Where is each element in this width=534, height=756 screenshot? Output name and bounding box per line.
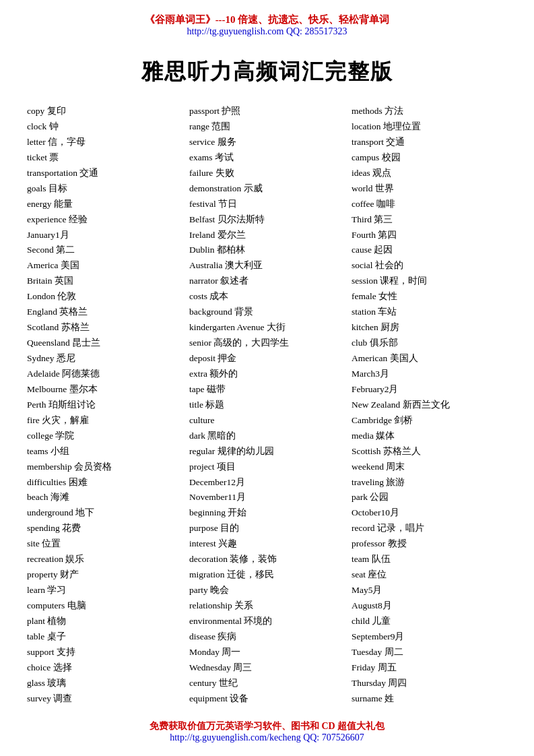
vocab-item: Adelaide 阿德莱德 <box>27 367 182 382</box>
vocab-item: tape 磁带 <box>189 382 345 398</box>
header-title: 《谷雨单词王》---10 倍速、抗遗忘、快乐、轻松背单词 <box>27 13 507 26</box>
vocab-item: energy 能量 <box>27 197 182 212</box>
vocab-item: fire 火灾，解雇 <box>27 413 182 429</box>
vocab-item: costs 成本 <box>189 289 345 305</box>
vocab-item: Third 第三 <box>352 212 507 228</box>
vocab-item: deposit 押金 <box>189 351 345 367</box>
vocab-item: August8月 <box>352 598 507 614</box>
vocab-item: England 英格兰 <box>27 305 182 320</box>
vocab-item: purpose 目的 <box>189 521 345 536</box>
vocab-item: February2月 <box>352 382 507 398</box>
vocab-item: America 美国 <box>27 258 182 274</box>
vocab-item: transport 交通 <box>352 135 507 150</box>
vocab-item: location 地理位置 <box>352 119 507 135</box>
vocab-grid: copy 复印clock 钟letter 信，字母ticket 票transpo… <box>27 104 507 707</box>
vocab-item: New Zealand 新西兰文化 <box>352 398 507 413</box>
vocab-item: Cambridge 剑桥 <box>352 413 507 429</box>
vocab-item: Britain 英国 <box>27 274 182 289</box>
vocab-item: Tuesday 周二 <box>352 645 507 660</box>
vocab-item: goals 目标 <box>27 181 182 197</box>
vocab-item: ideas 观点 <box>352 166 507 181</box>
vocab-item: service 服务 <box>189 135 345 150</box>
vocab-item: January1月 <box>27 228 182 243</box>
vocab-item: November11月 <box>189 490 345 505</box>
vocab-item: teams 小组 <box>27 444 182 460</box>
vocab-item: experience 经验 <box>27 212 182 228</box>
vocab-item: Melbourne 墨尔本 <box>27 382 182 398</box>
vocab-item: American 美国人 <box>352 351 507 367</box>
vocab-item: session 课程，时间 <box>352 274 507 289</box>
vocab-item: table 桌子 <box>27 629 182 645</box>
vocab-item: festival 节日 <box>189 197 345 212</box>
vocab-item: ticket 票 <box>27 150 182 166</box>
vocab-item: equipment 设备 <box>189 691 345 707</box>
vocab-item: computers 电脑 <box>27 598 182 614</box>
vocab-item: letter 信，字母 <box>27 135 182 150</box>
vocab-item: London 伦敦 <box>27 289 182 305</box>
vocab-item: survey 调查 <box>27 691 182 707</box>
vocab-item: demonstration 示威 <box>189 181 345 197</box>
vocab-item: Australia 澳大利亚 <box>189 258 345 274</box>
vocab-item: kindergarten Avenue 大街 <box>189 320 345 336</box>
vocab-item: relationship 关系 <box>189 598 345 614</box>
vocab-item: seat 座位 <box>352 567 507 583</box>
vocab-item: cause 起因 <box>352 243 507 258</box>
vocab-item: Thursday 周四 <box>352 676 507 691</box>
vocab-item: transportation 交通 <box>27 166 182 181</box>
vocab-item: migration 迁徙，移民 <box>189 567 345 583</box>
vocab-item: Belfast 贝尔法斯特 <box>189 212 345 228</box>
vocab-item: interest 兴趣 <box>189 536 345 552</box>
vocab-item: child 儿童 <box>352 614 507 629</box>
vocab-item: property 财产 <box>27 567 182 583</box>
vocab-item: decoration 装修，装饰 <box>189 552 345 567</box>
vocab-item: kitchen 厨房 <box>352 320 507 336</box>
vocab-item: October10月 <box>352 505 507 521</box>
vocab-item: background 背景 <box>189 305 345 320</box>
header-link: http://tg.guyuenglish.com QQ: 285517323 <box>27 26 507 37</box>
vocab-item: title 标题 <box>189 398 345 413</box>
vocab-item: choice 选择 <box>27 660 182 676</box>
footer-text: 免费获取价值万元英语学习软件、图书和 CD 超值大礼包 <box>27 720 507 732</box>
vocab-item: Scottish 苏格兰人 <box>352 444 507 460</box>
vocab-item: site 位置 <box>27 536 182 552</box>
vocab-item: support 支持 <box>27 645 182 660</box>
vocab-item: station 车站 <box>352 305 507 320</box>
vocab-item: world 世界 <box>352 181 507 197</box>
vocab-item: beginning 开始 <box>189 505 345 521</box>
vocab-item: recreation 娱乐 <box>27 552 182 567</box>
vocab-col-1: copy 复印clock 钟letter 信，字母ticket 票transpo… <box>27 104 182 707</box>
vocab-item: dark 黑暗的 <box>189 429 345 444</box>
vocab-item: failure 失败 <box>189 166 345 181</box>
vocab-item: female 女性 <box>352 289 507 305</box>
vocab-item: clock 钟 <box>27 119 182 135</box>
vocab-item: May5月 <box>352 583 507 598</box>
vocab-item: campus 校园 <box>352 150 507 166</box>
vocab-item: narrator 叙述者 <box>189 274 345 289</box>
vocab-item: September9月 <box>352 629 507 645</box>
vocab-item: media 媒体 <box>352 429 507 444</box>
vocab-item: membership 会员资格 <box>27 460 182 475</box>
vocab-item: exams 考试 <box>189 150 345 166</box>
vocab-item: plant 植物 <box>27 614 182 629</box>
vocab-item: club 俱乐部 <box>352 336 507 351</box>
footer: 免费获取价值万元英语学习软件、图书和 CD 超值大礼包 http://tg.gu… <box>27 720 507 743</box>
vocab-item: century 世纪 <box>189 676 345 691</box>
vocab-item: Sydney 悉尼 <box>27 351 182 367</box>
vocab-item: Second 第二 <box>27 243 182 258</box>
vocab-item: party 晚会 <box>189 583 345 598</box>
vocab-item: underground 地下 <box>27 505 182 521</box>
vocab-item: learn 学习 <box>27 583 182 598</box>
vocab-item: environmental 环境的 <box>189 614 345 629</box>
vocab-col-3: methods 方法location 地理位置transport 交通campu… <box>352 104 507 707</box>
vocab-item: Queensland 昆士兰 <box>27 336 182 351</box>
vocab-item: passport 护照 <box>189 104 345 119</box>
vocab-item: record 记录，唱片 <box>352 521 507 536</box>
header: 《谷雨单词王》---10 倍速、抗遗忘、快乐、轻松背单词 http://tg.g… <box>27 13 507 37</box>
vocab-item: Wednesday 周三 <box>189 660 345 676</box>
vocab-item: professor 教授 <box>352 536 507 552</box>
vocab-item: coffee 咖啡 <box>352 197 507 212</box>
vocab-item: range 范围 <box>189 119 345 135</box>
vocab-item: Monday 周一 <box>189 645 345 660</box>
vocab-item: methods 方法 <box>352 104 507 119</box>
vocab-item: senior 高级的，大四学生 <box>189 336 345 351</box>
